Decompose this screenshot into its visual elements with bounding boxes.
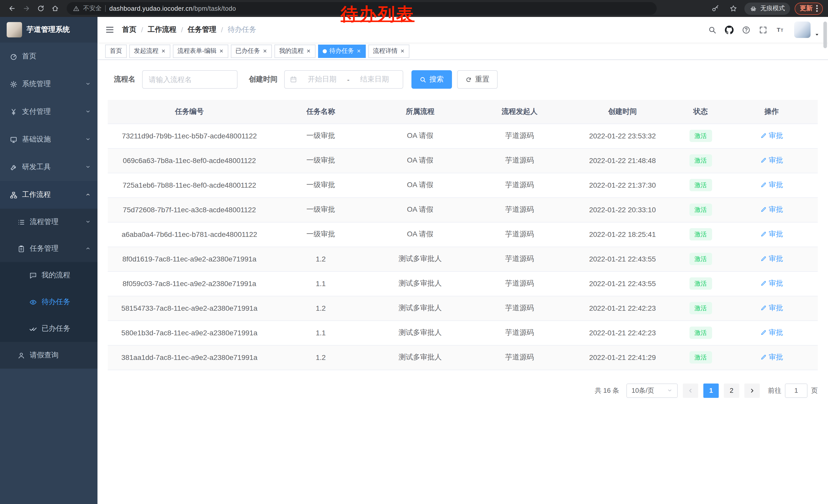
svg-text:T: T (781, 28, 783, 32)
table-row: 58154733-7ac8-11ec-a9e2-a2380e71991a 1.2… (108, 296, 818, 320)
cell-process: OA 请假 (370, 148, 470, 173)
reload-icon[interactable] (34, 2, 47, 15)
prev-page-button[interactable] (683, 383, 698, 398)
approve-link[interactable]: 审批 (760, 254, 783, 264)
status-badge: 激活 (689, 203, 712, 216)
approve-link[interactable]: 审批 (760, 156, 783, 165)
scrollbar-thumb[interactable] (823, 21, 827, 48)
cell-created: 2022-01-22 21:37:30 (569, 173, 676, 197)
cell-actions: 审批 (726, 296, 818, 320)
tab-label: 我的流程 (279, 47, 304, 55)
avatar-caret-icon[interactable] (814, 32, 820, 37)
approve-link[interactable]: 审批 (760, 328, 783, 337)
approve-link[interactable]: 审批 (760, 205, 783, 214)
close-icon[interactable] (306, 49, 311, 53)
menu-dots-icon[interactable] (816, 5, 818, 12)
page-button-2[interactable]: 2 (724, 383, 739, 398)
cell-task-id: 069c6a63-7b8a-11ec-8ef0-acde48001122 (108, 148, 271, 173)
navbar: 首页 / 工作流程 / 任务管理 / 待办任务 (97, 17, 828, 43)
cell-task-id: 8f059c03-7ac8-11ec-a9e2-a2380e71991a (108, 271, 271, 296)
app-window: 芋道管理系统 首页 系统管理 支付管理 (0, 17, 828, 504)
close-icon[interactable] (263, 49, 267, 53)
sidebar-item-process-management[interactable]: 流程管理 (0, 209, 97, 235)
sidebar-item-devtools[interactable]: 研发工具 (0, 153, 97, 181)
sidebar-item-home[interactable]: 首页 (0, 43, 97, 70)
key-icon[interactable] (708, 2, 722, 15)
approve-link[interactable]: 审批 (760, 131, 783, 140)
cell-task-name: 一级审批 (271, 148, 371, 173)
breadcrumb-workflow[interactable]: 工作流程 (148, 25, 176, 34)
close-icon[interactable] (400, 49, 405, 53)
sidebar-item-label: 工作流程 (22, 190, 51, 199)
update-button[interactable]: 更新 (795, 2, 823, 15)
tasks-table: 任务编号 任务名称 所属流程 流程发起人 创建时间 状态 操作 73211d9d… (108, 100, 818, 370)
incognito-label: 无痕模式 (760, 4, 785, 13)
tab-home[interactable]: 首页 (105, 44, 127, 58)
tab-process-detail[interactable]: 流程详情 (368, 44, 409, 58)
github-icon[interactable] (722, 23, 736, 36)
search-button[interactable]: 搜索 (411, 70, 452, 89)
tab-my-process[interactable]: 我的流程 (275, 44, 316, 58)
help-icon[interactable] (739, 23, 753, 36)
breadcrumb-home[interactable]: 首页 (122, 25, 136, 34)
status-badge: 激活 (689, 228, 712, 240)
sidebar-item-done-tasks[interactable]: 已办任务 (0, 315, 97, 342)
cell-task-id: 75d72608-7b7f-11ec-a3c8-acde48001122 (108, 197, 271, 222)
hamburger-icon[interactable] (97, 25, 122, 34)
date-range-picker[interactable]: 开始日期 - 结束日期 (284, 70, 403, 89)
app-logo[interactable]: 芋道管理系统 (0, 17, 97, 43)
approve-link[interactable]: 审批 (760, 230, 783, 239)
page-size-select[interactable]: 10条/页 (626, 383, 678, 398)
cell-process: OA 请假 (370, 197, 470, 222)
next-page-button[interactable] (744, 383, 760, 398)
font-size-icon[interactable]: TT (773, 23, 786, 36)
approve-link[interactable]: 审批 (760, 304, 783, 313)
tab-label: 已办任务 (236, 47, 260, 55)
header-created: 创建时间 (569, 100, 676, 124)
reset-button[interactable]: 重置 (457, 70, 498, 89)
sidebar-item-task-management[interactable]: 任务管理 (0, 235, 97, 262)
create-time-label: 创建时间 (249, 75, 278, 84)
annotation-overlay: 待办列表 (341, 3, 415, 26)
close-icon[interactable] (161, 49, 166, 53)
page-button-1[interactable]: 1 (703, 383, 719, 398)
approve-link[interactable]: 审批 (760, 180, 783, 190)
sidebar-item-my-process[interactable]: 我的流程 (0, 262, 97, 289)
status-badge: 激活 (689, 327, 712, 339)
forward-icon[interactable] (19, 2, 33, 15)
calendar-icon (290, 76, 297, 83)
tab-done-tasks[interactable]: 已办任务 (231, 44, 272, 58)
sidebar-item-workflow[interactable]: 工作流程 (0, 181, 97, 209)
tab-todo-tasks[interactable]: 待办任务 (318, 44, 366, 58)
update-label: 更新 (800, 4, 813, 13)
status-badge: 激活 (689, 179, 712, 191)
home-icon[interactable] (48, 2, 61, 15)
tab-process-form-edit[interactable]: 流程表单-编辑 (173, 44, 228, 58)
approve-link[interactable]: 审批 (760, 353, 783, 362)
total-count: 共 16 条 (595, 386, 619, 395)
cell-initiator: 芋道源码 (470, 345, 570, 370)
avatar[interactable] (794, 21, 811, 38)
sidebar-item-infrastructure[interactable]: 基础设施 (0, 126, 97, 153)
fullscreen-icon[interactable] (756, 23, 770, 36)
cell-task-id: 725a1eb6-7b88-11ec-8ef0-acde48001122 (108, 173, 271, 197)
sidebar-item-system[interactable]: 系统管理 (0, 70, 97, 98)
close-icon[interactable] (357, 49, 361, 53)
back-icon[interactable] (5, 2, 18, 15)
sidebar-item-leave-query[interactable]: 请假查询 (0, 342, 97, 369)
search-icon[interactable] (705, 23, 719, 36)
svg-text:T: T (777, 26, 780, 33)
cell-actions: 审批 (726, 124, 818, 148)
breadcrumb-task-management[interactable]: 任务管理 (188, 25, 216, 34)
sidebar-item-todo-tasks[interactable]: 待办任务 (0, 289, 97, 315)
tab-start-process[interactable]: 发起流程 (129, 44, 170, 58)
close-icon[interactable] (219, 49, 224, 53)
status-badge: 激活 (689, 302, 712, 314)
goto-page-input[interactable] (785, 383, 808, 398)
process-name-input[interactable] (142, 70, 238, 89)
approve-link[interactable]: 审批 (760, 279, 783, 288)
sidebar-item-label: 研发工具 (22, 163, 51, 172)
breadcrumb-separator: / (181, 26, 183, 34)
sidebar-item-payment[interactable]: 支付管理 (0, 98, 97, 126)
star-icon[interactable] (727, 2, 740, 15)
